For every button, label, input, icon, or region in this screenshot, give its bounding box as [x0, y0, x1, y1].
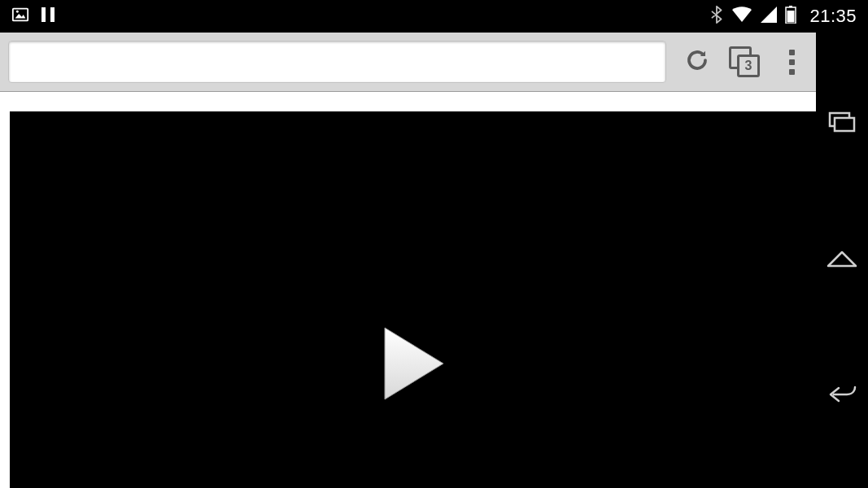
reload-button[interactable] — [681, 46, 713, 78]
refresh-icon — [685, 48, 709, 76]
svg-rect-0 — [13, 9, 28, 21]
status-left-group — [11, 6, 55, 27]
tabs-icon: 3 — [729, 46, 760, 77]
android-status-bar: 21:35 — [0, 0, 868, 33]
cellular-signal-icon — [761, 7, 777, 26]
clock-text: 21:35 — [809, 6, 857, 27]
image-notification-icon — [11, 6, 29, 27]
back-button[interactable] — [824, 378, 860, 414]
video-play-button[interactable] — [377, 325, 450, 406]
svg-marker-5 — [761, 7, 777, 23]
svg-marker-9 — [385, 328, 443, 399]
bluetooth-icon — [710, 6, 723, 27]
pause-notification-icon — [41, 7, 55, 26]
battery-icon — [785, 6, 796, 27]
url-input[interactable] — [8, 41, 666, 83]
svg-rect-3 — [41, 7, 46, 22]
svg-point-2 — [16, 11, 19, 13]
wifi-icon — [731, 7, 752, 26]
svg-rect-11 — [835, 118, 854, 131]
recent-apps-icon — [828, 111, 856, 137]
svg-marker-1 — [15, 14, 26, 19]
android-nav-bar — [816, 33, 868, 488]
menu-button[interactable] — [775, 46, 808, 78]
tab-count-text: 3 — [745, 59, 752, 73]
play-icon — [377, 325, 450, 403]
video-player-surface[interactable] — [10, 111, 816, 488]
web-content-area[interactable] — [0, 92, 816, 488]
back-icon — [827, 384, 857, 408]
browser-toolbar: 3 — [0, 33, 816, 92]
svg-rect-4 — [50, 7, 55, 22]
svg-rect-8 — [787, 11, 795, 23]
status-right-group: 21:35 — [710, 6, 857, 27]
tabs-button[interactable]: 3 — [728, 46, 761, 78]
home-button[interactable] — [824, 242, 860, 278]
recent-apps-button[interactable] — [824, 107, 860, 142]
kebab-menu-icon — [783, 50, 800, 75]
home-icon — [827, 250, 857, 271]
